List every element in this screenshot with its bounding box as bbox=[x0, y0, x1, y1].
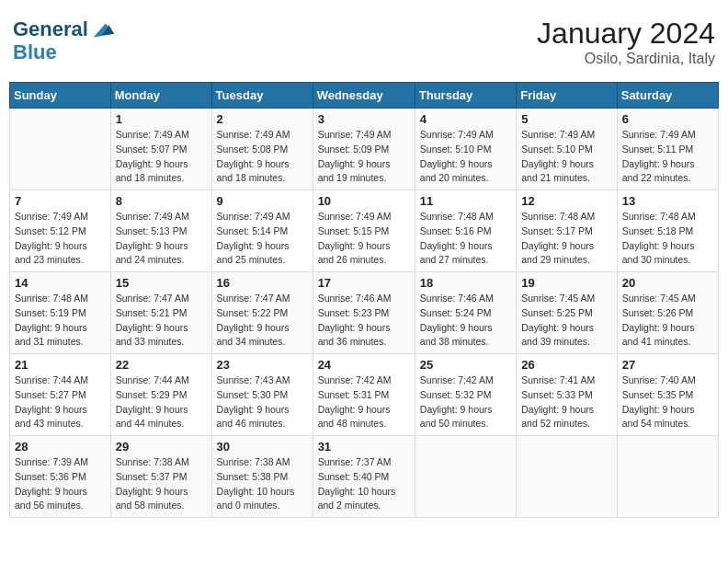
daylight-text-continued: and 43 minutes. bbox=[15, 417, 106, 431]
daylight-text: Daylight: 9 hours bbox=[622, 403, 713, 418]
daylight-text: Daylight: 9 hours bbox=[420, 321, 511, 336]
logo-icon bbox=[90, 17, 116, 42]
day-number: 29 bbox=[116, 440, 207, 454]
calendar-cell bbox=[10, 109, 111, 190]
sunrise-text: Sunrise: 7:48 AM bbox=[15, 292, 106, 306]
day-number: 22 bbox=[116, 358, 207, 372]
day-number: 31 bbox=[318, 440, 410, 454]
day-info: Sunrise: 7:44 AMSunset: 5:27 PMDaylight:… bbox=[15, 373, 106, 431]
daylight-text: Daylight: 9 hours bbox=[622, 239, 713, 254]
daylight-text: Daylight: 9 hours bbox=[217, 321, 308, 336]
weekday-header-wednesday: Wednesday bbox=[313, 83, 415, 109]
sunset-text: Sunset: 5:18 PM bbox=[622, 224, 713, 239]
daylight-text: Daylight: 9 hours bbox=[521, 157, 612, 172]
sunset-text: Sunset: 5:11 PM bbox=[622, 143, 713, 157]
calendar-subtitle: Osilo, Sardinia, Italy bbox=[537, 51, 715, 67]
day-number: 2 bbox=[217, 112, 308, 126]
daylight-text: Daylight: 9 hours bbox=[217, 403, 308, 418]
calendar-table: SundayMondayTuesdayWednesdayThursdayFrid… bbox=[9, 82, 719, 518]
logo-text-blue: Blue bbox=[13, 42, 116, 63]
calendar-cell: 16Sunrise: 7:47 AMSunset: 5:22 PMDayligh… bbox=[211, 272, 313, 354]
day-number: 3 bbox=[318, 112, 410, 126]
day-number: 15 bbox=[116, 276, 207, 290]
daylight-text-continued: and 46 minutes. bbox=[217, 417, 308, 431]
sunset-text: Sunset: 5:38 PM bbox=[217, 470, 308, 485]
sunrise-text: Sunrise: 7:48 AM bbox=[420, 210, 511, 224]
day-number: 14 bbox=[15, 276, 106, 290]
sunrise-text: Sunrise: 7:42 AM bbox=[318, 373, 410, 388]
sunset-text: Sunset: 5:08 PM bbox=[217, 143, 308, 157]
sunrise-text: Sunrise: 7:47 AM bbox=[217, 292, 308, 306]
calendar-week-3: 14Sunrise: 7:48 AMSunset: 5:19 PMDayligh… bbox=[10, 272, 719, 354]
sunrise-text: Sunrise: 7:49 AM bbox=[116, 128, 207, 143]
sunrise-text: Sunrise: 7:49 AM bbox=[15, 210, 106, 224]
sunrise-text: Sunrise: 7:38 AM bbox=[217, 455, 308, 470]
daylight-text-continued: and 22 minutes. bbox=[622, 171, 713, 186]
calendar-cell: 15Sunrise: 7:47 AMSunset: 5:21 PMDayligh… bbox=[110, 272, 211, 354]
day-info: Sunrise: 7:47 AMSunset: 5:22 PMDaylight:… bbox=[217, 292, 308, 350]
day-info: Sunrise: 7:49 AMSunset: 5:09 PMDaylight:… bbox=[318, 128, 410, 186]
day-info: Sunrise: 7:49 AMSunset: 5:12 PMDaylight:… bbox=[15, 210, 106, 268]
sunrise-text: Sunrise: 7:39 AM bbox=[15, 455, 106, 470]
daylight-text: Daylight: 9 hours bbox=[116, 403, 207, 418]
daylight-text-continued: and 33 minutes. bbox=[116, 335, 207, 350]
day-number: 7 bbox=[15, 194, 106, 208]
sunrise-text: Sunrise: 7:49 AM bbox=[521, 128, 612, 143]
calendar-cell: 21Sunrise: 7:44 AMSunset: 5:27 PMDayligh… bbox=[10, 354, 111, 436]
calendar-week-2: 7Sunrise: 7:49 AMSunset: 5:12 PMDaylight… bbox=[10, 190, 719, 272]
daylight-text: Daylight: 9 hours bbox=[420, 403, 511, 418]
daylight-text-continued: and 34 minutes. bbox=[217, 335, 308, 350]
daylight-text-continued: and 54 minutes. bbox=[622, 417, 713, 431]
calendar-cell: 19Sunrise: 7:45 AMSunset: 5:25 PMDayligh… bbox=[517, 272, 618, 354]
daylight-text: Daylight: 9 hours bbox=[116, 321, 207, 336]
day-number: 27 bbox=[622, 358, 713, 372]
sunrise-text: Sunrise: 7:46 AM bbox=[420, 292, 511, 306]
daylight-text: Daylight: 9 hours bbox=[420, 239, 511, 254]
sunrise-text: Sunrise: 7:49 AM bbox=[318, 210, 410, 224]
daylight-text: Daylight: 9 hours bbox=[15, 403, 106, 418]
daylight-text: Daylight: 9 hours bbox=[15, 321, 106, 336]
calendar-cell: 28Sunrise: 7:39 AMSunset: 5:36 PMDayligh… bbox=[10, 436, 111, 518]
calendar-cell: 11Sunrise: 7:48 AMSunset: 5:16 PMDayligh… bbox=[415, 190, 516, 272]
daylight-text-continued: and 30 minutes. bbox=[622, 253, 713, 268]
day-number: 23 bbox=[217, 358, 308, 372]
daylight-text: Daylight: 9 hours bbox=[318, 239, 410, 254]
day-number: 19 bbox=[521, 276, 612, 290]
sunrise-text: Sunrise: 7:47 AM bbox=[116, 292, 207, 306]
sunset-text: Sunset: 5:36 PM bbox=[15, 470, 106, 485]
sunset-text: Sunset: 5:27 PM bbox=[15, 388, 106, 403]
daylight-text: Daylight: 9 hours bbox=[622, 157, 713, 172]
daylight-text-continued: and 56 minutes. bbox=[15, 499, 106, 513]
calendar-cell: 23Sunrise: 7:43 AMSunset: 5:30 PMDayligh… bbox=[211, 354, 313, 436]
day-number: 20 bbox=[622, 276, 713, 290]
calendar-cell: 31Sunrise: 7:37 AMSunset: 5:40 PMDayligh… bbox=[313, 436, 415, 518]
calendar-cell bbox=[415, 436, 516, 518]
calendar-cell: 10Sunrise: 7:49 AMSunset: 5:15 PMDayligh… bbox=[313, 190, 415, 272]
calendar-body: 1Sunrise: 7:49 AMSunset: 5:07 PMDaylight… bbox=[10, 109, 719, 518]
calendar-cell: 2Sunrise: 7:49 AMSunset: 5:08 PMDaylight… bbox=[211, 109, 313, 190]
daylight-text: Daylight: 9 hours bbox=[318, 321, 410, 336]
sunrise-text: Sunrise: 7:40 AM bbox=[622, 373, 713, 388]
weekday-header-thursday: Thursday bbox=[415, 83, 516, 109]
day-info: Sunrise: 7:40 AMSunset: 5:35 PMDaylight:… bbox=[622, 373, 713, 431]
daylight-text: Daylight: 9 hours bbox=[521, 321, 612, 336]
day-number: 21 bbox=[15, 358, 106, 372]
weekday-header-tuesday: Tuesday bbox=[211, 83, 313, 109]
day-info: Sunrise: 7:41 AMSunset: 5:33 PMDaylight:… bbox=[521, 373, 612, 431]
calendar-cell: 6Sunrise: 7:49 AMSunset: 5:11 PMDaylight… bbox=[617, 109, 718, 190]
day-number: 1 bbox=[116, 112, 207, 126]
daylight-text: Daylight: 9 hours bbox=[116, 157, 207, 172]
day-number: 4 bbox=[420, 112, 511, 126]
daylight-text-continued: and 36 minutes. bbox=[318, 335, 410, 350]
weekday-header-row: SundayMondayTuesdayWednesdayThursdayFrid… bbox=[10, 83, 719, 109]
weekday-header-friday: Friday bbox=[517, 83, 618, 109]
day-info: Sunrise: 7:49 AMSunset: 5:13 PMDaylight:… bbox=[116, 210, 207, 268]
sunset-text: Sunset: 5:24 PM bbox=[420, 306, 511, 321]
daylight-text: Daylight: 9 hours bbox=[116, 485, 207, 500]
calendar-cell: 25Sunrise: 7:42 AMSunset: 5:32 PMDayligh… bbox=[415, 354, 516, 436]
calendar-cell: 20Sunrise: 7:45 AMSunset: 5:26 PMDayligh… bbox=[617, 272, 718, 354]
calendar-week-5: 28Sunrise: 7:39 AMSunset: 5:36 PMDayligh… bbox=[10, 436, 719, 518]
day-info: Sunrise: 7:49 AMSunset: 5:07 PMDaylight:… bbox=[116, 128, 207, 186]
daylight-text-continued: and 20 minutes. bbox=[420, 171, 511, 186]
day-number: 6 bbox=[622, 112, 713, 126]
